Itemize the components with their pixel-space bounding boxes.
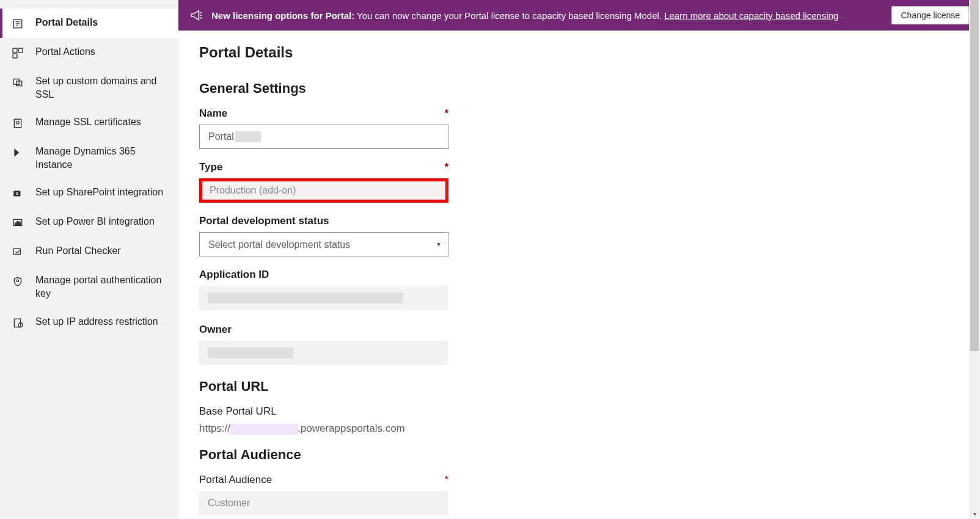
type-value: Production (add-on) (210, 185, 296, 196)
sidebar-item-sharepoint[interactable]: s Set up SharePoint integration (0, 178, 178, 208)
url-prefix: https:// (199, 423, 230, 434)
svg-point-18 (16, 280, 18, 282)
megaphone-icon (189, 9, 203, 22)
owner-field (199, 341, 448, 365)
sidebar-item-label: Set up custom domains and SSL (35, 74, 167, 101)
sidebar-item-auth-key[interactable]: Manage portal authentication key (0, 266, 178, 307)
certificate-icon (11, 117, 24, 130)
redacted-block (235, 131, 261, 142)
sidebar-item-label: Set up IP address restriction (35, 315, 158, 328)
base-url-label: Base Portal URL (199, 405, 448, 418)
svg-text:s: s (16, 191, 19, 197)
dynamics-icon (11, 146, 24, 159)
main-area: New licensing options for Portal: You ca… (178, 0, 980, 519)
sidebar-item-label: Set up SharePoint integration (35, 186, 163, 199)
powerbi-icon (11, 216, 24, 230)
app-id-label: Application ID (199, 269, 448, 281)
redacted-block (208, 347, 293, 358)
name-label: Name (199, 107, 448, 120)
sidebar-item-portal-actions[interactable]: Portal Actions (0, 38, 178, 67)
sidebar-item-label: Set up Power BI integration (35, 215, 155, 228)
audience-label: Portal Audience (199, 474, 448, 486)
svg-rect-16 (19, 222, 20, 225)
audience-field: Customer (199, 491, 448, 515)
type-label: Type (199, 161, 448, 173)
section-portal-url: Portal URL (199, 379, 959, 394)
audience-value: Customer (208, 498, 250, 509)
sidebar-item-label: Manage Dynamics 365 Instance (35, 145, 167, 171)
svg-point-10 (16, 122, 20, 125)
svg-rect-6 (13, 54, 17, 58)
scrollbar-down-arrow[interactable]: ▾ (970, 509, 979, 518)
scrollbar-thumb[interactable] (970, 0, 979, 351)
licensing-banner: New licensing options for Portal: You ca… (178, 0, 980, 31)
scrollbar[interactable]: ▾ (969, 0, 980, 519)
sidebar-item-ip-restriction[interactable]: Set up IP address restriction (0, 308, 178, 337)
domain-icon (11, 76, 24, 89)
sidebar-item-custom-domains[interactable]: Set up custom domains and SSL (0, 67, 178, 108)
sidebar-item-portal-checker[interactable]: Run Portal Checker (0, 237, 178, 266)
banner-text: New licensing options for Portal: You ca… (211, 10, 883, 21)
content-area: Portal Details General Settings Name Por… (178, 31, 980, 519)
actions-icon (11, 46, 24, 60)
sidebar: Portal Details Portal Actions Set up cus… (0, 0, 178, 519)
checker-icon (11, 245, 24, 259)
sharepoint-icon: s (11, 187, 24, 200)
name-input[interactable]: Portal (199, 125, 448, 149)
banner-title: New licensing options for Portal: (211, 10, 354, 21)
dev-status-select[interactable]: Select portal development status (199, 232, 448, 256)
svg-rect-15 (17, 222, 18, 225)
svg-rect-9 (14, 119, 21, 128)
sidebar-item-powerbi[interactable]: Set up Power BI integration (0, 208, 178, 237)
banner-message: You can now change your Portal license t… (357, 10, 662, 21)
dev-status-label: Portal development status (199, 215, 448, 227)
sidebar-item-dynamics-instance[interactable]: Manage Dynamics 365 Instance (0, 137, 178, 178)
sidebar-item-ssl-certs[interactable]: Manage SSL certificates (0, 108, 178, 137)
dev-status-dropdown[interactable]: Select portal development status (208, 233, 439, 256)
svg-rect-5 (18, 48, 23, 53)
page-title: Portal Details (199, 44, 959, 61)
redacted-block (230, 424, 298, 435)
sidebar-item-label: Portal Details (35, 16, 98, 29)
ip-restriction-icon (11, 316, 24, 330)
owner-label: Owner (199, 324, 448, 336)
sidebar-item-portal-details[interactable]: Portal Details (0, 9, 178, 38)
svg-rect-4 (13, 48, 17, 53)
section-general-settings: General Settings (199, 81, 959, 96)
type-field: Production (add-on) (199, 178, 448, 203)
banner-link[interactable]: Learn more about capacity based licensin… (664, 10, 838, 21)
svg-rect-14 (15, 223, 16, 225)
change-license-button[interactable]: Change license (891, 6, 969, 24)
base-url-value: https://.powerappsportals.com (199, 423, 959, 435)
app-id-field (199, 286, 448, 310)
name-value: Portal (208, 131, 234, 142)
sidebar-item-label: Manage SSL certificates (35, 115, 141, 129)
redacted-block (208, 292, 403, 303)
sidebar-item-label: Portal Actions (35, 45, 95, 59)
url-suffix: .powerappsportals.com (298, 423, 405, 434)
details-icon (11, 17, 24, 31)
section-portal-audience: Portal Audience (199, 447, 959, 463)
sidebar-item-label: Manage portal authentication key (35, 274, 167, 300)
sidebar-item-label: Run Portal Checker (35, 244, 121, 258)
shield-key-icon (11, 275, 24, 288)
